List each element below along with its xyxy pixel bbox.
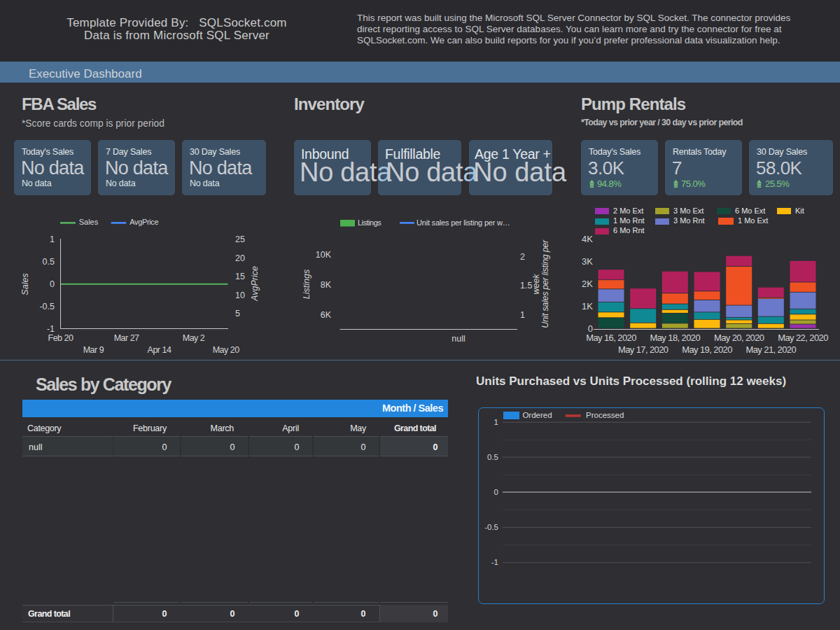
svg-text:-1: -1 <box>47 324 55 334</box>
svg-text:4K: 4K <box>582 234 593 244</box>
svg-text:May 20, 2020: May 20, 2020 <box>714 332 764 343</box>
svg-text:Unit sales per listing per w…: Unit sales per listing per w… <box>416 218 510 227</box>
svg-text:AvgPrice: AvgPrice <box>250 266 260 302</box>
svg-text:5: 5 <box>235 309 240 318</box>
svg-text:10: 10 <box>235 290 245 300</box>
svg-text:Ordered: Ordered <box>522 411 552 419</box>
svg-text:week: week <box>531 274 541 295</box>
svg-text:Apr 14: Apr 14 <box>148 345 172 355</box>
svg-text:1: 1 <box>50 234 55 244</box>
svg-text:Mar 27: Mar 27 <box>114 333 139 343</box>
svg-text:8K: 8K <box>321 280 332 290</box>
svg-text:-0.5: -0.5 <box>484 523 498 531</box>
svg-text:null: null <box>451 334 465 344</box>
svg-text:1.5: 1.5 <box>520 281 532 290</box>
svg-text:May 19, 2020: May 19, 2020 <box>682 344 732 355</box>
svg-text:May 22, 2020: May 22, 2020 <box>778 332 828 343</box>
svg-text:10K: 10K <box>316 250 332 260</box>
svg-text:May 18, 2020: May 18, 2020 <box>650 332 701 343</box>
svg-text:0: 0 <box>494 488 498 496</box>
svg-text:1K: 1K <box>582 301 593 312</box>
svg-text:2K: 2K <box>582 279 593 289</box>
svg-text:Listings: Listings <box>302 270 312 299</box>
svg-text:Unit sales per listing per: Unit sales per listing per <box>540 239 550 328</box>
svg-text:1: 1 <box>520 310 525 320</box>
svg-text:0: 0 <box>50 279 55 289</box>
svg-text:0.5: 0.5 <box>487 453 498 461</box>
svg-text:1: 1 <box>494 418 498 426</box>
svg-text:Sales: Sales <box>20 273 30 295</box>
svg-text:May 17, 2020: May 17, 2020 <box>618 344 668 355</box>
svg-text:Feb 20: Feb 20 <box>48 333 74 343</box>
svg-text:20: 20 <box>235 253 245 263</box>
svg-text:May 21, 2020: May 21, 2020 <box>746 344 797 355</box>
svg-text:Mar 9: Mar 9 <box>83 345 104 355</box>
svg-text:0.5: 0.5 <box>43 257 55 267</box>
svg-text:Sales: Sales <box>79 218 99 226</box>
svg-text:6K: 6K <box>321 310 332 320</box>
svg-text:AvgPrice: AvgPrice <box>130 218 158 226</box>
svg-text:Processed: Processed <box>586 411 624 419</box>
svg-text:25: 25 <box>235 234 245 244</box>
svg-text:15: 15 <box>235 272 245 281</box>
svg-text:Listings: Listings <box>358 218 382 227</box>
svg-text:-1: -1 <box>491 558 498 566</box>
svg-text:2: 2 <box>520 252 525 262</box>
svg-text:3K: 3K <box>582 256 593 267</box>
svg-text:May 16, 2020: May 16, 2020 <box>586 332 636 343</box>
svg-text:-0.5: -0.5 <box>39 302 55 312</box>
svg-text:May 2: May 2 <box>183 333 205 343</box>
svg-text:May 20: May 20 <box>213 345 240 355</box>
